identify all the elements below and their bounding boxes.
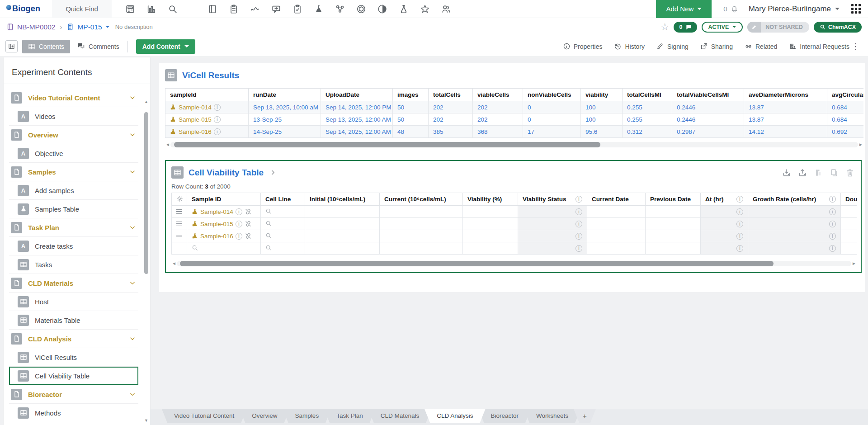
search-icon[interactable]	[192, 245, 198, 251]
trash-icon[interactable]	[845, 168, 854, 177]
viability-horizontal-scrollbar[interactable]: ◄ ►	[171, 260, 857, 267]
favorite-star-icon[interactable]: ☆	[660, 22, 670, 32]
biogen-logo[interactable]: Biogen	[6, 4, 40, 14]
viability-cell[interactable]: i	[748, 230, 841, 242]
tab-cld-analysis[interactable]: CLD Analysis	[425, 409, 485, 423]
vicell-cell[interactable]: 100	[581, 101, 623, 113]
vicell-column-header[interactable]: viableCells	[473, 89, 523, 101]
vicell-cell[interactable]: 202	[429, 101, 473, 113]
viability-cell[interactable]: i	[701, 218, 748, 230]
viability-cell[interactable]	[587, 242, 646, 255]
vicell-column-header[interactable]: UploadDate	[321, 89, 393, 101]
sidebar-item-objective[interactable]: AObjective	[9, 144, 138, 163]
vicell-column-header[interactable]: totalCellsMI	[623, 89, 672, 101]
chevron-down-icon[interactable]	[129, 94, 136, 101]
sample-link[interactable]: Sample-016	[200, 233, 233, 240]
scrollbar-thumb[interactable]	[174, 142, 600, 147]
viability-cell[interactable]	[380, 218, 463, 230]
benzene-ring-icon[interactable]	[356, 4, 366, 14]
info-icon[interactable]: i	[576, 221, 582, 227]
tab-task-plan[interactable]: Task Plan	[324, 409, 375, 423]
shared-status-pill[interactable]: NOT SHARED	[747, 22, 809, 33]
bar-chart-icon[interactable]	[146, 4, 156, 14]
vicell-cell[interactable]: Sep 14, 2025, 12:00 PM	[321, 101, 393, 113]
chevron-down-icon[interactable]	[129, 335, 136, 342]
unlink-icon[interactable]	[245, 208, 252, 215]
viability-cell[interactable]	[305, 230, 380, 242]
add-content-button[interactable]: Add Content	[136, 39, 195, 54]
drag-handle-icon[interactable]	[176, 209, 182, 214]
toolbar-item-signing[interactable]: Signing	[656, 42, 689, 50]
scroll-left-arrow-icon[interactable]: ◄	[165, 142, 170, 147]
viability-cell[interactable]	[380, 206, 463, 218]
sidebar-item-task-plan[interactable]: Task Plan	[9, 218, 138, 237]
scroll-right-arrow-icon[interactable]: ►	[851, 261, 857, 266]
sample-link[interactable]: Sample-014	[179, 104, 212, 111]
viability-cell[interactable]	[463, 230, 518, 242]
upload-icon[interactable]	[798, 168, 807, 177]
task-checklist-icon[interactable]	[292, 4, 302, 14]
info-icon[interactable]: i	[736, 245, 743, 252]
calculator-icon[interactable]	[125, 4, 135, 14]
viability-cell[interactable]	[646, 230, 701, 242]
scrollbar-track[interactable]	[170, 142, 858, 147]
viability-cell[interactable]	[463, 218, 518, 230]
chevron-down-icon[interactable]	[129, 280, 136, 286]
lab-flask-icon[interactable]	[314, 4, 324, 14]
sidebar-item-materials-table[interactable]: Materials Table	[9, 311, 138, 330]
viability-cell[interactable]	[305, 218, 380, 230]
info-icon[interactable]: i	[736, 233, 743, 240]
app-grid-icon[interactable]	[851, 4, 861, 14]
copy-icon[interactable]	[830, 168, 839, 177]
molecule-icon[interactable]	[335, 4, 345, 14]
viability-column-header[interactable]: Current Date	[587, 193, 646, 206]
erlenmeyer-flask-icon[interactable]	[399, 4, 409, 14]
tab-worksheets[interactable]: Worksheets	[524, 409, 580, 423]
paste-icon[interactable]	[814, 168, 823, 177]
cell-viability-section[interactable]: Cell Viability Table Row Count: 3 of 200…	[165, 160, 862, 273]
vicell-cell[interactable]: 368	[473, 126, 523, 138]
vicell-cell[interactable]: 0.684	[827, 101, 864, 113]
row-drag-handle[interactable]	[172, 230, 187, 242]
info-icon[interactable]: i	[829, 208, 836, 215]
sample-link[interactable]: Sample-015	[179, 116, 212, 123]
add-tab-button[interactable]: +	[574, 409, 596, 423]
viability-column-header[interactable]: Sample ID	[187, 193, 261, 206]
viability-column-header[interactable]: Doubling Time (hr)	[841, 193, 857, 206]
vicell-column-header[interactable]: sampleId	[165, 89, 249, 101]
star-icon[interactable]	[420, 4, 430, 14]
viability-cell[interactable]	[841, 206, 857, 218]
vicell-cell[interactable]: 0.2446	[672, 101, 744, 113]
vicell-cell[interactable]: 0.692	[827, 126, 864, 138]
sample-id-cell[interactable]: Sample-015 i	[187, 218, 261, 230]
viability-cell[interactable]	[261, 206, 305, 218]
info-icon[interactable]: i	[576, 245, 582, 252]
viability-cell[interactable]	[463, 242, 518, 255]
search-icon[interactable]	[265, 232, 272, 239]
vicell-horizontal-scrollbar[interactable]: ◄ ►	[165, 141, 863, 148]
toolbar-item-internal-requests[interactable]: Internal Requests	[789, 42, 849, 50]
status-badge[interactable]: ACTIVE	[702, 22, 743, 33]
vicell-cell[interactable]: 14.12	[744, 126, 827, 138]
sidebar-scrollbar[interactable]: ▲ ▼	[143, 99, 149, 423]
sidebar-item-tasks[interactable]: Tasks	[9, 255, 138, 274]
collapse-panel-button[interactable]	[5, 40, 18, 52]
comments-tab-button[interactable]: Comments	[76, 42, 119, 51]
info-icon[interactable]: i	[829, 221, 836, 227]
search-icon[interactable]	[265, 208, 272, 214]
unlink-icon[interactable]	[245, 220, 252, 227]
message-workflow-icon[interactable]	[271, 4, 281, 14]
viability-cell[interactable]	[587, 218, 646, 230]
viability-column-header[interactable]: Viability (%)	[463, 193, 518, 206]
cell-viability-title[interactable]: Cell Viability Table	[189, 168, 264, 178]
sidebar-item-cell-viability-table[interactable]: Cell Viability Table	[9, 367, 138, 385]
notifications-button[interactable]: 0	[723, 5, 738, 13]
sidebar-item-samples[interactable]: Samples	[9, 163, 138, 181]
viability-cell[interactable]	[380, 242, 463, 255]
chevron-down-icon[interactable]	[129, 132, 136, 138]
vicell-column-header[interactable]: runDate	[249, 89, 321, 101]
scrollbar-track[interactable]	[177, 261, 851, 266]
search-icon[interactable]	[265, 245, 272, 251]
viability-cell[interactable]	[261, 218, 305, 230]
breadcrumb-notebook[interactable]: NB-MP0002	[6, 23, 55, 31]
